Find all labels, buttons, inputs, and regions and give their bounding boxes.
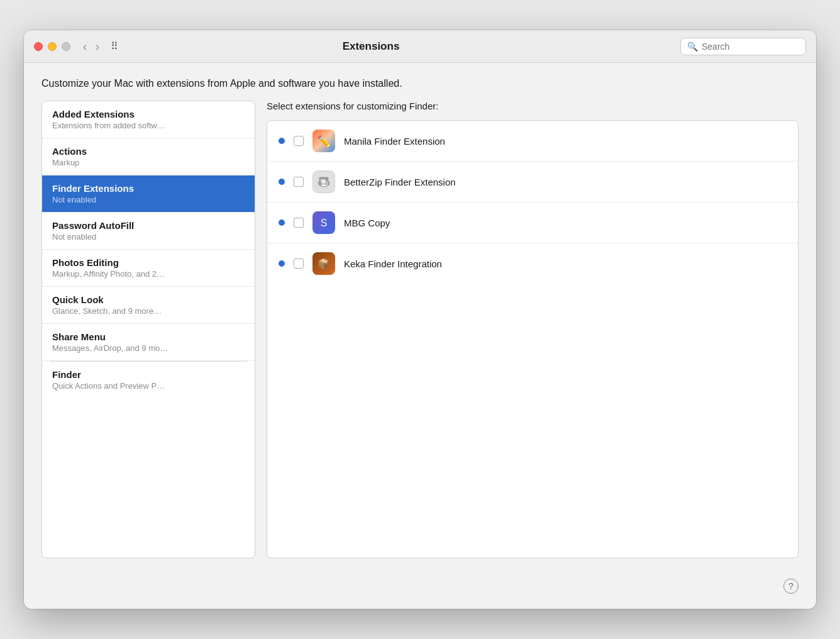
ext-dot: [279, 219, 285, 226]
sidebar-item-subtitle: Not enabled: [52, 195, 245, 204]
sidebar-item-subtitle: Not enabled: [52, 232, 245, 242]
sidebar-item-title: Password AutoFill: [52, 220, 245, 231]
extension-item-betterzip[interactable]: 🗜 BetterZip Finder Extension: [267, 162, 798, 203]
search-bar[interactable]: 🔍: [680, 38, 806, 55]
ext-checkbox[interactable]: [294, 177, 304, 187]
sidebar-item-subtitle: Extensions from added softw…: [52, 121, 245, 130]
bottom-bar: ?: [24, 576, 816, 609]
sidebar-item-actions[interactable]: Actions Markup: [42, 138, 255, 175]
extensions-list: ✏️ Manila Finder Extension 🗜 BetterZip F…: [267, 120, 799, 558]
panel-title: Select extensions for customizing Finder…: [267, 101, 799, 111]
subtitle-text: Customize your Mac with extensions from …: [41, 78, 799, 89]
minimize-button[interactable]: [48, 42, 57, 51]
sidebar-item-title: Added Extensions: [52, 109, 245, 119]
window-title: Extensions: [62, 40, 680, 53]
main-window: ‹ › ⠿ Extensions 🔍 Customize your Mac wi…: [24, 30, 816, 609]
sidebar-item-subtitle: Glance, Sketch, and 9 more…: [52, 306, 245, 316]
search-input[interactable]: [702, 42, 799, 52]
svg-text:S: S: [321, 218, 328, 228]
ext-name: MBG Copy: [344, 218, 390, 228]
search-icon: 🔍: [687, 42, 698, 52]
sidebar-item-finder[interactable]: Finder Quick Actions and Preview P…: [42, 362, 255, 398]
sidebar-item-title: Photos Editing: [52, 257, 245, 268]
sidebar: Added Extensions Extensions from added s…: [41, 101, 255, 558]
sidebar-item-title: Finder Extensions: [52, 183, 245, 194]
content-area: Customize your Mac with extensions from …: [24, 63, 816, 576]
sidebar-item-title: Finder: [52, 369, 245, 380]
ext-icon-mbg: S: [312, 211, 335, 234]
extension-item-mbg[interactable]: S MBG Copy: [267, 203, 798, 243]
ext-name: Manila Finder Extension: [344, 136, 445, 147]
help-button[interactable]: ?: [783, 579, 799, 594]
ext-checkbox[interactable]: [294, 258, 304, 269]
svg-text:✏️: ✏️: [317, 135, 331, 148]
sidebar-item-finder-extensions[interactable]: Finder Extensions Not enabled: [42, 175, 255, 213]
extension-item-keka[interactable]: 📦 Keka Finder Integration: [267, 243, 798, 284]
ext-checkbox[interactable]: [294, 136, 304, 146]
ext-dot: [279, 179, 285, 185]
right-panel: Select extensions for customizing Finder…: [267, 101, 799, 558]
svg-text:🗜: 🗜: [320, 179, 328, 187]
ext-icon-manila: ✏️: [312, 130, 335, 152]
sidebar-item-title: Share Menu: [52, 331, 245, 342]
svg-text:📦: 📦: [318, 258, 330, 270]
extension-item-manila[interactable]: ✏️ Manila Finder Extension: [267, 121, 798, 162]
sidebar-item-subtitle: Markup: [52, 158, 245, 167]
sidebar-item-quick-look[interactable]: Quick Look Glance, Sketch, and 9 more…: [42, 287, 255, 324]
ext-checkbox[interactable]: [294, 218, 304, 228]
sidebar-item-subtitle: Markup, Affinity Photo, and 2…: [52, 269, 245, 279]
ext-dot: [279, 260, 285, 267]
titlebar: ‹ › ⠿ Extensions 🔍: [24, 30, 816, 63]
main-panels: Added Extensions Extensions from added s…: [41, 101, 799, 558]
sidebar-item-subtitle: Messages, AirDrop, and 9 mo…: [52, 343, 245, 353]
sidebar-item-title: Actions: [52, 146, 245, 157]
sidebar-item-subtitle: Quick Actions and Preview P…: [52, 381, 245, 391]
ext-icon-keka: 📦: [312, 252, 335, 275]
close-button[interactable]: [34, 42, 43, 51]
ext-icon-betterzip: 🗜: [312, 170, 335, 193]
ext-name: BetterZip Finder Extension: [344, 177, 456, 187]
sidebar-item-photos-editing[interactable]: Photos Editing Markup, Affinity Photo, a…: [42, 250, 255, 287]
ext-name: Keka Finder Integration: [344, 258, 442, 269]
sidebar-item-password-autofill[interactable]: Password AutoFill Not enabled: [42, 213, 255, 250]
sidebar-item-share-menu[interactable]: Share Menu Messages, AirDrop, and 9 mo…: [42, 324, 255, 361]
ext-dot: [279, 138, 285, 144]
sidebar-item-added-extensions[interactable]: Added Extensions Extensions from added s…: [42, 101, 255, 138]
sidebar-item-title: Quick Look: [52, 294, 245, 305]
